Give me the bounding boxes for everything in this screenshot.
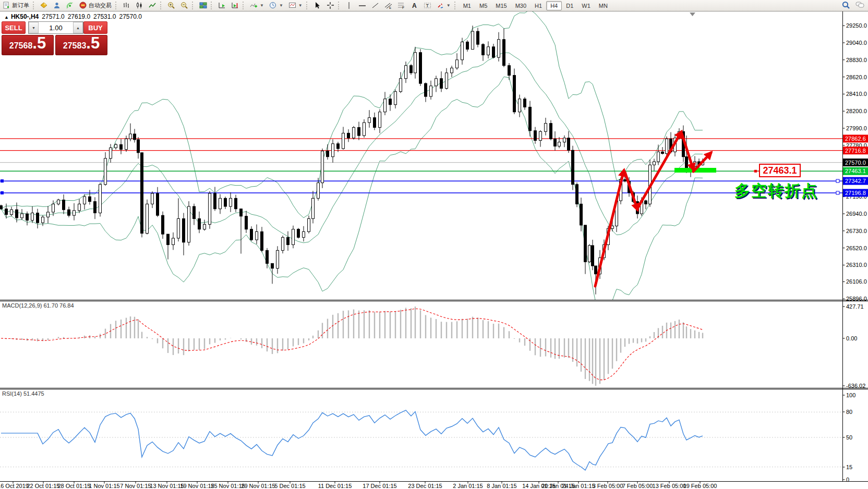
auto-scroll-button[interactable]	[215, 0, 228, 11]
price-tag: 27570.0	[845, 160, 866, 166]
periods-button[interactable]: ▼	[267, 0, 286, 11]
volume-input[interactable]	[39, 22, 73, 33]
line-handle[interactable]	[836, 179, 839, 182]
price-tag: 27716.8	[845, 148, 866, 154]
toolbar-separator	[454, 2, 458, 9]
trendline-button[interactable]	[369, 0, 382, 11]
svg-text:E: E	[389, 6, 391, 9]
macd-indicator-label: MACD(12,26,9) 61.70 76.84	[2, 302, 74, 309]
equidistant-channel-button[interactable]: E	[382, 0, 395, 11]
data-window-button[interactable]	[51, 0, 64, 11]
line-handle[interactable]	[1, 179, 4, 182]
chat-icon[interactable]	[855, 1, 865, 10]
horizontal-line-button[interactable]	[356, 0, 369, 11]
chevron-down-icon[interactable]: ▼	[447, 3, 451, 8]
line-handle[interactable]	[836, 191, 839, 194]
tile-icon	[199, 2, 207, 9]
timeframe-m15-button[interactable]: M15	[491, 1, 511, 10]
time-axis: 16 Oct 201922 Oct 01:1528 Oct 01:151 Nov…	[0, 482, 717, 489]
timeframe-m1-button[interactable]: M1	[459, 1, 475, 10]
market-watch-button[interactable]	[38, 0, 51, 11]
support-price-callout[interactable]: 27463.1	[759, 164, 801, 177]
buy-button[interactable]: BUY	[83, 21, 107, 34]
svg-text:26310.0: 26310.0	[846, 262, 867, 268]
line-chart-button[interactable]	[146, 0, 159, 11]
svg-text:0.00: 0.00	[846, 335, 857, 341]
chevron-down-icon[interactable]: ▼	[279, 3, 283, 8]
arrows-button[interactable]: ▼	[434, 0, 453, 11]
vertical-line-button[interactable]	[343, 0, 356, 11]
search-icon[interactable]	[842, 1, 850, 10]
svg-text:2 Jan 01:15: 2 Jan 01:15	[453, 483, 483, 489]
vline-icon	[345, 2, 353, 9]
crosshair-button[interactable]	[324, 0, 337, 11]
zoom-out-icon	[180, 2, 188, 9]
line-handle[interactable]	[1, 191, 4, 194]
tile-windows-button[interactable]	[197, 0, 210, 11]
zoom-in-button[interactable]	[165, 0, 178, 11]
text-label-button[interactable]: T	[421, 0, 434, 11]
sell-price-frac: .5	[32, 35, 46, 51]
timeframe-h4-button[interactable]: H4	[546, 1, 562, 10]
volume-stepper: ▼ ▲	[28, 21, 83, 34]
timeframe-d1-button[interactable]: D1	[562, 1, 577, 10]
svg-text:23 Dec 01:15: 23 Dec 01:15	[408, 483, 442, 489]
timeframe-mn-button[interactable]: MN	[595, 1, 612, 10]
autotrade-button[interactable]: 自动交易	[77, 0, 114, 11]
collapse-panel-icon[interactable]: ▲	[4, 15, 9, 20]
chevron-down-icon[interactable]: ▼	[260, 3, 264, 8]
timeframe-h1-button[interactable]: H1	[531, 1, 546, 10]
timeframe-m30-button[interactable]: M30	[511, 1, 531, 10]
cursor-button[interactable]	[311, 0, 324, 11]
indicators-button[interactable]: ▼	[247, 0, 267, 11]
toolbar-separator	[192, 2, 196, 9]
svg-text:26106.0: 26106.0	[846, 278, 867, 285]
svg-text:29250.0: 29250.0	[846, 22, 867, 29]
new-order-button[interactable]: 新订单	[0, 0, 32, 11]
svg-text:27990.0: 27990.0	[846, 125, 867, 131]
main-toolbar: 新订单自动交易▼▼▼EFAT▼M1M5M15M30H1H4D1W1MN	[0, 0, 868, 11]
rsi-plot	[0, 410, 843, 470]
fibonacci-button[interactable]: F	[395, 0, 408, 11]
zoom-out-button[interactable]	[178, 0, 191, 11]
timeframe-m5-button[interactable]: M5	[475, 1, 491, 10]
templates-button[interactable]: ▼	[286, 0, 305, 11]
sell-price-button[interactable]: 27568 .5	[2, 35, 54, 55]
svg-text:T: T	[426, 3, 429, 8]
volume-decrease-button[interactable]: ▼	[29, 22, 39, 33]
svg-text:8 Jan 01:15: 8 Jan 01:15	[487, 483, 517, 489]
chart-canvas[interactable]: 29250.029040.028830.028620.028410.028200…	[0, 0, 868, 489]
svg-text:25 Nov 01:15: 25 Nov 01:15	[211, 483, 245, 489]
svg-text:-636.02: -636.02	[846, 383, 865, 389]
text-button[interactable]: A	[408, 0, 421, 11]
signals-button[interactable]	[64, 0, 77, 11]
svg-text:28410.0: 28410.0	[846, 91, 867, 97]
toolbar-separator	[306, 2, 310, 9]
line-chart-icon	[149, 2, 156, 9]
chart-shift-marker[interactable]	[690, 13, 695, 16]
candle-chart-button[interactable]	[133, 0, 146, 11]
svg-text:26940.0: 26940.0	[846, 211, 867, 217]
bar-chart-button[interactable]	[120, 0, 133, 11]
turning-point-annotation[interactable]: 多空转折点	[734, 180, 818, 202]
svg-text:28830.0: 28830.0	[846, 57, 867, 63]
toolbar-separator	[33, 2, 37, 9]
sell-button[interactable]: SELL	[2, 21, 26, 34]
crosshair-icon	[327, 2, 334, 9]
volume-increase-button[interactable]: ▲	[73, 22, 83, 33]
svg-text:28200.0: 28200.0	[846, 108, 867, 114]
buy-price-button[interactable]: 27583 .5	[55, 35, 107, 55]
ohlc-high: 27619.0	[68, 13, 90, 20]
callout-anchor[interactable]	[754, 170, 757, 173]
svg-text:28620.0: 28620.0	[846, 74, 867, 80]
label-icon: T	[424, 2, 431, 9]
price-axis: 29250.029040.028830.028620.028410.028200…	[843, 22, 868, 483]
timeframe-w1-button[interactable]: W1	[577, 1, 595, 10]
chart-shift-button[interactable]	[228, 0, 242, 11]
macd-histogram	[1, 307, 703, 386]
price-tag: 27342.7	[845, 178, 866, 184]
svg-text:29040.0: 29040.0	[846, 40, 867, 46]
toolbar-separator	[160, 2, 164, 9]
chevron-down-icon[interactable]: ▼	[298, 3, 303, 8]
periods-icon	[269, 2, 277, 9]
